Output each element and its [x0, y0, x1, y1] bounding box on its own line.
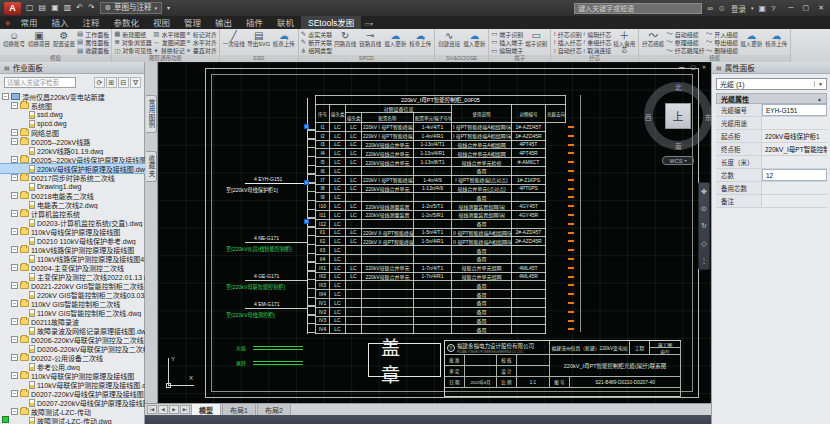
一次接线-button[interactable]: ╱一次接线	[222, 30, 246, 55]
tree-item[interactable]: 主变保护及测控二次线2022.01.13 (1).dwg	[0, 272, 145, 281]
tree-expand-icon[interactable]: −	[11, 228, 18, 235]
tree-item[interactable]: −网络总图	[0, 128, 145, 137]
tree-item[interactable]: 220kV GIS智能控制柜二次线03.03.dwg	[0, 290, 145, 299]
user-icon[interactable]: ☺	[718, 4, 726, 13]
grip-handle[interactable]	[304, 180, 309, 185]
新建图纸-button[interactable]: ▦新建图纸	[114, 30, 152, 38]
wcs-dropdown[interactable]: WCS ▾	[662, 156, 694, 165]
help-search-input[interactable]	[574, 3, 702, 14]
side-tab-收藏夹[interactable]: 收藏夹	[146, 151, 157, 182]
tree-expand-icon[interactable]: −	[11, 300, 18, 307]
tree-expand-icon[interactable]: −	[11, 390, 18, 397]
重组纤芯-button[interactable]: ≀重组纤芯	[583, 38, 611, 46]
tree-item[interactable]: D0207-220kV母线保护原理及接线图20.dwg	[0, 398, 145, 407]
help-icon[interactable]: ?	[771, 4, 775, 13]
cable-branch-line[interactable]	[245, 280, 307, 281]
tree-item[interactable]: 故障测试-LZC-传动.dwg	[0, 416, 145, 424]
删除组缆-button[interactable]: 〜删除组缆	[706, 47, 739, 55]
tree-item[interactable]: −110kV母线保护原理及接线图	[0, 227, 145, 236]
tree-item[interactable]: 220kV线路01.19.dwg	[0, 146, 145, 155]
tree-expand-icon[interactable]: −	[11, 129, 18, 136]
配置设置-button[interactable]: ⚙配置设置	[52, 30, 76, 55]
workspace-dropdown[interactable]: ⚙ 草图与注释 ▾	[100, 2, 162, 14]
navigation-bar[interactable]: ✥⊙↻◇⋮	[698, 182, 710, 270]
载入更新-button[interactable]: ☁↓载入更新	[383, 30, 407, 55]
tree-expand-icon[interactable]: −	[2, 93, 9, 100]
tree-expand-icon[interactable]: −	[11, 138, 18, 145]
取消连接-button[interactable]: ≀取消连接	[583, 47, 611, 55]
tree-item[interactable]: −D0218电能表二次线	[0, 191, 145, 200]
prev-layout-icon[interactable]: ◀	[158, 405, 168, 414]
tree-item[interactable]: −计算机监控系统	[0, 209, 145, 218]
核查上传-button[interactable]: ☁↑核查上传	[764, 30, 788, 55]
水平对齐-button[interactable]: ≡水平对齐	[187, 38, 217, 46]
插入备用芯-button[interactable]: ＋插入备用芯	[612, 30, 636, 55]
save-icon[interactable]: ▣	[51, 1, 59, 15]
水平排图-button[interactable]: ▥水平排图	[153, 30, 186, 38]
纤芯跳尾纤-button[interactable]: 〜纤芯跳尾纤	[666, 47, 705, 55]
job-panel-titlebar[interactable]: ▤ 作业面板	[0, 62, 144, 74]
导出组缆-button[interactable]: 〜导出组缆	[706, 38, 739, 46]
tree-expand-icon[interactable]: −	[11, 210, 18, 217]
object-type-dropdown[interactable]: 光缆 (1) ▼	[716, 78, 827, 90]
viewcube-top-face[interactable]: 上	[665, 103, 691, 129]
refresh-icon[interactable]: ⟳	[94, 77, 105, 88]
链路直线-button[interactable]: ⊸链路直线	[358, 30, 382, 55]
cable-branch-line[interactable]	[245, 183, 307, 184]
ribbon-tab-插件[interactable]: 插件	[239, 16, 270, 29]
tree-item[interactable]: D0206-220kV母联保护测控及二次线.dwg	[0, 344, 145, 353]
纤芯组缆-button[interactable]: 〜纤芯组缆	[641, 30, 665, 55]
收藏面板-button[interactable]: ▤收藏面板	[77, 47, 109, 55]
tree-expand-icon[interactable]: −	[11, 336, 18, 343]
tree-item[interactable]: −漳州仅昌220kV变电站新建	[0, 92, 145, 101]
tree-item[interactable]: 220kV母线保护柜原理及接线图.dwg	[0, 164, 145, 173]
redo-icon[interactable]: ↷	[88, 1, 95, 15]
binoculars-search-icon[interactable]: ∞	[707, 4, 713, 13]
tree-item[interactable]: 电能表二次线2.dwg	[0, 200, 145, 209]
自动组缆-button[interactable]: 〜自动组缆	[666, 30, 705, 38]
切换账号-button[interactable]: ☺切换账号	[2, 30, 26, 55]
导出SVG-button[interactable]: ▤导出SVG	[247, 30, 271, 55]
tree-expand-icon[interactable]: −	[11, 246, 18, 253]
tree-expand-icon[interactable]: −	[11, 372, 18, 379]
ribbon-tab-联机[interactable]: 联机	[270, 16, 301, 29]
drawing-close-icon[interactable]: ✕	[702, 64, 707, 70]
viewcube-west-label[interactable]: 西	[645, 112, 652, 122]
工作面板-button[interactable]: ▤工作面板	[77, 30, 109, 38]
viewcube[interactable]: 上 北 南 西 东	[644, 82, 711, 150]
cable-branch-line[interactable]	[245, 308, 307, 309]
tree-item[interactable]: −D0206-220kV母联保护测控及二次线	[0, 335, 145, 344]
tree-item[interactable]: −110kV线路保护测控原理及接线图	[0, 245, 145, 254]
ribbon-tab-注释[interactable]: 注释	[75, 16, 106, 29]
tree-item[interactable]: spcd.dwg	[0, 119, 145, 128]
ribbon-tab-参数化[interactable]: 参数化	[106, 16, 146, 29]
tree-item[interactable]: ssd.dwg	[0, 110, 145, 119]
tree-item[interactable]: −110kV GIS智能控制柜二次线	[0, 299, 145, 308]
组网类型-button[interactable]: ⋔组网类型	[301, 47, 332, 55]
ribbon-tab-管理[interactable]: 管理	[177, 16, 208, 29]
tree-item[interactable]: 110kV母联保护测控原理及接线图.dwg	[0, 380, 145, 389]
发图间距-button[interactable]: ↔发图间距	[153, 38, 186, 46]
tree-item[interactable]: D0203-计算机监控系统(交直).dwg	[0, 218, 145, 227]
回路直线-button[interactable]: ↻回路直线	[333, 30, 357, 55]
tree-item[interactable]: −110kV母联保护测控原理及接线图	[0, 371, 145, 380]
grip-handle[interactable]	[304, 124, 309, 129]
ribbon-collapse-icon[interactable]: ▭▾	[361, 20, 376, 29]
tree-item[interactable]: −系统图	[0, 101, 145, 110]
tree-expand-icon[interactable]: −	[11, 174, 18, 181]
tree-item[interactable]: D0210 110kV母线保护参考.dwg	[0, 236, 145, 245]
替换标记-button[interactable]: ✦替换标记	[153, 47, 186, 55]
new-file-icon[interactable]: ▢	[26, 1, 34, 15]
tree-item[interactable]: −D0205--220kV线路	[0, 137, 145, 146]
垂直对齐-button[interactable]: ≡垂直对齐	[187, 47, 217, 55]
核查上传-button[interactable]: ☁↑核查上传	[408, 30, 432, 55]
tree-expand-icon[interactable]: −	[11, 102, 18, 109]
自动纤芯-button[interactable]: ≀自动纤芯	[553, 47, 581, 55]
drawing-window-controls[interactable]: ▬ ▢ ✕	[679, 64, 706, 70]
ribbon-tab-插入[interactable]: 插入	[44, 16, 75, 29]
orbit-icon[interactable]: ↻	[701, 221, 707, 230]
properties-panel-titlebar[interactable]: ▤ 属性面板	[712, 62, 830, 74]
断开关联-button[interactable]: ✎断开关联	[301, 38, 332, 46]
载入更新-button[interactable]: ☁↓载入更新	[739, 30, 763, 55]
插入端子-button[interactable]: ▭插入端子	[491, 38, 523, 46]
